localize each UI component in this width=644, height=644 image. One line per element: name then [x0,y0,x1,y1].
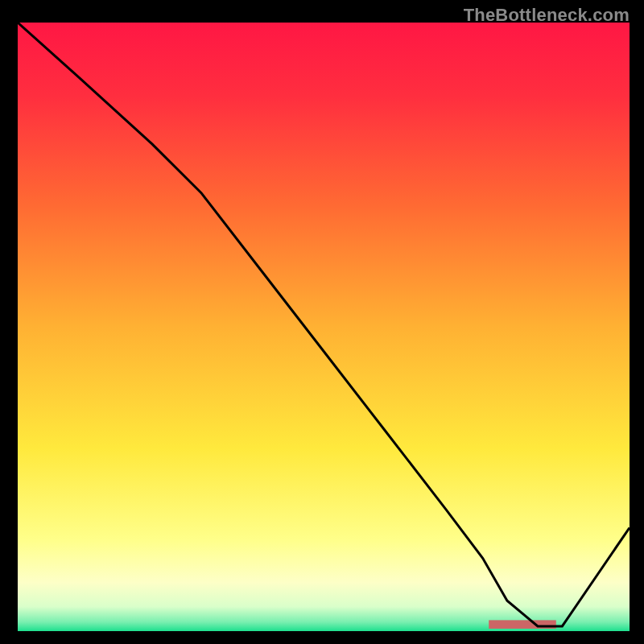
bottleneck-chart: TheBottleneck.com [0,0,644,644]
watermark-label: TheBottleneck.com [464,5,630,26]
gradient-background [18,23,630,631]
plot-area [18,23,630,631]
